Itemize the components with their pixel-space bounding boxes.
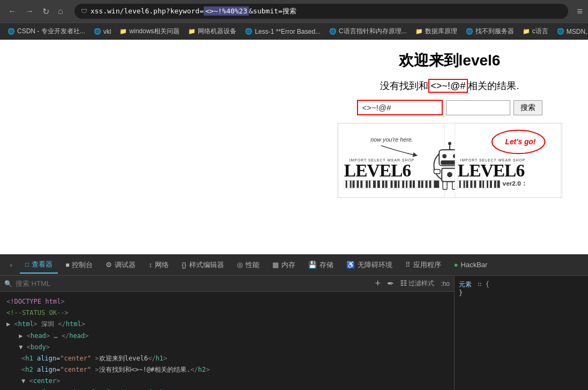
bookmark-c[interactable]: 📁 c语言 — [519, 26, 552, 37]
html-search-input[interactable] — [16, 279, 192, 288]
page-title: 欢迎来到level6 — [399, 50, 501, 71]
right-panel: 元素 ∷ { } — [454, 276, 588, 390]
svg-rect-16 — [384, 180, 385, 188]
home-button[interactable]: ⌂ — [55, 5, 66, 17]
svg-rect-27 — [427, 180, 429, 188]
bookmark-icon: 📁 — [188, 28, 196, 35]
bookmark-label: MSDN,. — [567, 28, 588, 35]
svg-rect-22 — [407, 180, 410, 188]
address-bar-container[interactable]: 🛡 xss.win/level6.php?keyword=<>~!%40%23&… — [75, 4, 569, 19]
bookmark-c-lang[interactable]: 🌐 C语言指针和内存原理... — [326, 26, 410, 37]
browser-menu-icon[interactable]: ≡ — [577, 6, 583, 17]
back-button[interactable]: ← — [5, 5, 19, 17]
svg-text:ver2.0：: ver2.0： — [502, 180, 527, 187]
svg-rect-50 — [460, 180, 463, 188]
svg-rect-15 — [379, 180, 382, 188]
refresh-button[interactable]: ↻ — [40, 5, 52, 18]
bookmark-vkl[interactable]: 🌐 vkl — [91, 27, 115, 36]
devtools-tab-console[interactable]: ■ 控制台 — [60, 257, 98, 273]
address-prefix: xss.win/level6.php?keyword= — [91, 7, 204, 15]
html-panel-container: 🔍 + ✒ ☷ 过滤样式 :ho <!DOCTYPE html> <!--STA… — [0, 276, 454, 390]
bookmark-icon: 📁 — [523, 28, 530, 35]
applications-icon: ⠿ — [405, 261, 411, 269]
search-input[interactable] — [357, 100, 443, 115]
html-line-form-open: ▼ <form action="level6.php" method="GET"… — [0, 387, 454, 391]
bookmark-404[interactable]: 🌐 找不到服务器 — [463, 26, 517, 37]
html-line-comment: <!--STATUS OK--> — [0, 307, 454, 319]
accessibility-icon: ♿ — [346, 261, 355, 269]
svg-rect-59 — [496, 180, 497, 188]
html-search-bar: 🔍 + ✒ ☷ 过滤样式 :ho — [0, 276, 454, 292]
plus-button[interactable]: + — [375, 278, 381, 289]
svg-rect-55 — [481, 180, 482, 188]
svg-rect-14 — [376, 180, 377, 188]
address-suffix: &submit=搜索 — [249, 7, 296, 15]
devtools-tab-debugger[interactable]: ⚙ 调试器 — [100, 257, 141, 273]
html-line-body-open: ▼ <body> — [0, 342, 454, 353]
bookmark-icon: 🌐 — [8, 28, 15, 35]
html-panel: <!DOCTYPE html> <!--STATUS OK--> ▶ <html… — [0, 292, 454, 390]
shield-icon: 🛡 — [81, 8, 87, 15]
right-content: 欢迎来到level6 没有找到和<>~!@#相关的结果. 搜索 now you'… — [311, 40, 588, 254]
svg-rect-8 — [351, 180, 352, 188]
bookmark-windows[interactable]: 📁 windows相关问题 — [116, 26, 183, 37]
html-line-html: ▶ <html> 深圳 </html> — [0, 319, 454, 330]
svg-rect-28 — [431, 180, 434, 188]
bookmark-db[interactable]: 📁 数据库原理 — [412, 26, 460, 37]
search-button[interactable]: 搜索 — [513, 100, 542, 115]
devtools-tab-hackbar[interactable]: ● HackBar — [449, 257, 493, 272]
forward-button[interactable]: → — [23, 5, 36, 17]
result-text: 没有找到和<>~!@#相关的结果. — [380, 79, 519, 92]
eyedropper-icon[interactable]: ✒ — [387, 278, 394, 289]
filter-button[interactable]: ☷ 过滤样式 — [400, 279, 434, 288]
svg-point-41 — [448, 142, 451, 145]
html-line-h1: <h1 align="center" >欢迎来到level6</h1> — [0, 353, 454, 364]
svg-rect-21 — [404, 180, 406, 188]
bookmark-label: windows相关问题 — [129, 27, 180, 36]
bookmark-network[interactable]: 📁 网络机器设备 — [185, 26, 240, 37]
hackbar-label: HackBar — [461, 261, 488, 269]
accessibility-label: 无障碍环境 — [358, 260, 392, 270]
svg-rect-7 — [347, 180, 349, 188]
html-line-doctype: <!DOCTYPE html> — [0, 296, 454, 307]
bookmark-msdn[interactable]: 🌐 MSDN,. — [554, 27, 588, 36]
browser-top-bar: ← → ↻ ⌂ 🛡 xss.win/level6.php?keyword=<>~… — [0, 0, 588, 23]
console-icon: ■ — [65, 261, 69, 269]
bookmark-label: vkl — [103, 28, 111, 35]
address-bar[interactable]: xss.win/level6.php?keyword=<>~!%40%23&su… — [91, 6, 296, 16]
address-highlight: <>~!%40%23 — [204, 6, 249, 16]
bookmarks-bar: 🌐 CSDN - 专业开发者社... 🌐 vkl 📁 windows相关问题 📁… — [0, 23, 588, 40]
bookmark-label: c语言 — [532, 27, 548, 36]
devtools-tab-accessibility[interactable]: ♿ 无障碍环境 — [341, 257, 398, 273]
nav-buttons: ← → ↻ ⌂ — [5, 5, 66, 18]
devtools-toolbar: ◦ □ 查看器 ■ 控制台 ⚙ 调试器 ↕ 网络 {} 样式编辑器 ◎ 性能 ▦… — [0, 254, 588, 276]
svg-rect-19 — [397, 180, 398, 188]
viewer-icon: □ — [25, 261, 29, 268]
bookmark-icon: 🌐 — [466, 28, 473, 35]
performance-label: 性能 — [245, 260, 259, 270]
devtools-tab-applications[interactable]: ⠿ 应用程序 — [400, 257, 446, 273]
devtools-tab-inspect[interactable]: ◦ — [4, 257, 18, 273]
svg-text:Let's go!: Let's go! — [505, 138, 535, 146]
devtools-tab-network[interactable]: ↕ 网络 — [143, 257, 174, 273]
debugger-icon: ⚙ — [106, 261, 112, 269]
devtools-tab-memory[interactable]: ▦ 内存 — [267, 257, 301, 273]
bookmark-csdn[interactable]: 🌐 CSDN - 专业开发者社... — [4, 26, 88, 37]
devtools-tab-storage[interactable]: 💾 存储 — [303, 257, 339, 273]
bookmark-less1[interactable]: 🌐 Less-1 **Error Based... — [242, 27, 324, 36]
svg-rect-18 — [392, 180, 394, 188]
console-label: 控制台 — [72, 260, 93, 270]
devtools-tab-performance[interactable]: ◎ 性能 — [232, 257, 265, 273]
svg-rect-53 — [472, 180, 474, 188]
devtools-tab-style-editor[interactable]: {} 样式编辑器 — [176, 257, 229, 273]
inspect-icon: ◦ — [10, 261, 12, 269]
bookmark-icon: 🌐 — [557, 28, 564, 35]
hackbar-icon: ● — [454, 261, 458, 269]
network-icon: ↕ — [148, 261, 152, 269]
devtools-tab-viewer[interactable]: □ 查看器 — [20, 256, 58, 274]
svg-rect-56 — [484, 180, 487, 188]
html-line-h2: <h2 align="center" >没有找到和<>~!@#相关的结果.</h… — [0, 364, 454, 376]
devtools-body: 🔍 + ✒ ☷ 过滤样式 :ho <!DOCTYPE html> <!--STA… — [0, 276, 588, 390]
svg-rect-23 — [412, 180, 413, 188]
storage-icon: 💾 — [308, 261, 317, 269]
